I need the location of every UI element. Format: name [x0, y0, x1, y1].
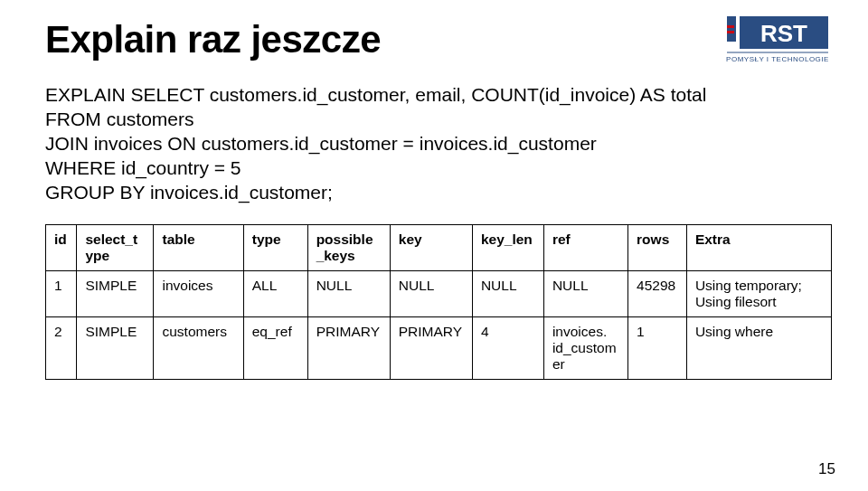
col-header-id: id [46, 225, 77, 271]
svg-rect-2 [727, 31, 734, 33]
page-number: 15 [818, 460, 835, 478]
cell-key: NULL [390, 271, 472, 317]
rst-logo: RST POMYSŁY I TECHNOLOGIE [723, 14, 832, 71]
table-row: 1 SIMPLE invoices ALL NULL NULL NULL NUL… [46, 271, 832, 317]
cell-select-type: SIMPLE [77, 317, 154, 380]
col-header-table: table [154, 225, 243, 271]
cell-select-type: SIMPLE [77, 271, 154, 317]
svg-rect-0 [727, 16, 736, 42]
cell-table: customers [154, 317, 243, 380]
explain-result-table: id select_type table type possible_keys … [45, 224, 832, 380]
cell-rows: 45298 [628, 271, 687, 317]
cell-id: 2 [46, 317, 77, 380]
cell-table: invoices [154, 271, 243, 317]
col-header-rows: rows [628, 225, 687, 271]
sql-line: JOIN invoices ON customers.id_customer =… [45, 132, 832, 156]
col-header-ref: ref [543, 225, 627, 271]
col-header-type: type [243, 225, 307, 271]
cell-possible-keys: NULL [307, 271, 390, 317]
cell-key-len: NULL [472, 271, 543, 317]
sql-line: FROM customers [45, 108, 832, 132]
cell-key: PRIMARY [390, 317, 472, 380]
cell-type: ALL [243, 271, 307, 317]
page-title: Explain raz jeszcze [45, 18, 381, 61]
col-header-extra: Extra [686, 225, 831, 271]
table-row: 2 SIMPLE customers eq_ref PRIMARY PRIMAR… [46, 317, 832, 380]
cell-extra: Using where [686, 317, 831, 380]
svg-text:POMYSŁY I TECHNOLOGIE: POMYSŁY I TECHNOLOGIE [726, 55, 829, 63]
cell-rows: 1 [628, 317, 687, 380]
col-header-key-len: key_len [472, 225, 543, 271]
col-header-possible-keys: possible_keys [307, 225, 390, 271]
svg-rect-1 [727, 25, 734, 28]
sql-line: GROUP BY invoices.id_customer; [45, 181, 832, 205]
col-header-key: key [390, 225, 472, 271]
cell-id: 1 [46, 271, 77, 317]
svg-text:RST: RST [760, 20, 807, 47]
cell-ref: invoices.id_customer [543, 317, 627, 380]
cell-type: eq_ref [243, 317, 307, 380]
sql-line: WHERE id_country = 5 [45, 156, 832, 181]
sql-query-block: EXPLAIN SELECT customers.id_customer, em… [45, 83, 832, 204]
table-header-row: id select_type table type possible_keys … [46, 225, 832, 271]
cell-ref: NULL [543, 271, 627, 317]
cell-possible-keys: PRIMARY [307, 317, 390, 380]
cell-key-len: 4 [472, 317, 543, 380]
sql-line: EXPLAIN SELECT customers.id_customer, em… [45, 83, 832, 108]
col-header-select-type: select_type [77, 225, 154, 271]
cell-extra: Using temporary; Using filesort [686, 271, 831, 317]
